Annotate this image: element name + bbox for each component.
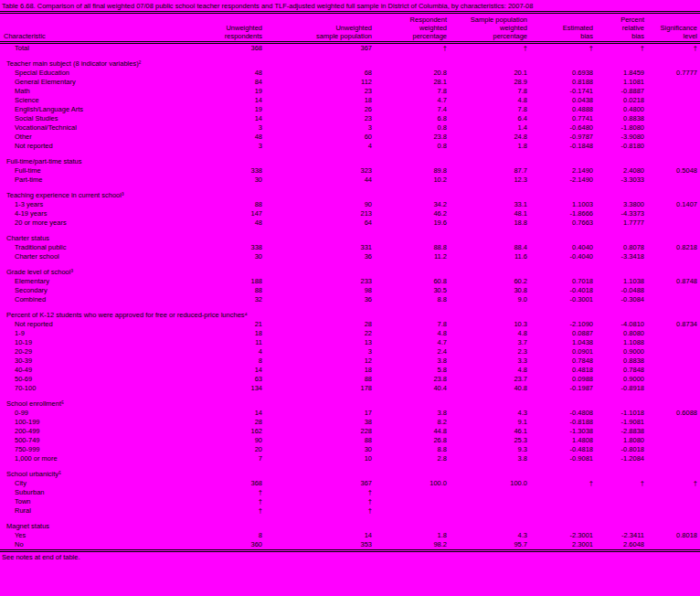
cell-value: 6.4	[450, 114, 530, 123]
data-row: Rural††	[0, 506, 700, 516]
cell-value: 88	[265, 375, 375, 384]
cell-value	[596, 488, 647, 497]
cell-value: 19	[190, 87, 265, 96]
row-label: Total	[0, 43, 190, 54]
section-header-label: Percent of K-12 students who were approv…	[0, 311, 700, 320]
cell-value: 360	[190, 540, 265, 549]
cell-value: 28	[265, 320, 375, 329]
cell-value: 112	[265, 78, 375, 87]
table-footnote: See notes at end of table.	[0, 549, 700, 563]
spacer-cell	[0, 261, 700, 268]
section-header-label: Full-time/part-time status	[0, 157, 700, 166]
section-header-row: Percent of K-12 students who were approv…	[0, 311, 700, 320]
cell-value: 147	[190, 209, 265, 218]
row-label: Science	[0, 96, 190, 105]
cell-value: †	[265, 497, 375, 506]
cell-value: 367	[265, 479, 375, 488]
cell-value: 24.8	[450, 133, 530, 142]
cell-value: 3	[265, 347, 375, 357]
cell-value: 89.8	[375, 166, 450, 176]
cell-value: 0.1407	[647, 200, 700, 209]
row-label: Part-time	[0, 176, 190, 185]
cell-value: 100.0	[450, 479, 530, 488]
cell-value: 90	[190, 436, 265, 445]
spacer-cell	[0, 228, 700, 234]
cell-value: 21	[190, 320, 265, 329]
cell-value: 19	[190, 105, 265, 114]
cell-value: 4	[190, 347, 265, 357]
cell-value: 60.8	[375, 277, 450, 286]
data-row: Yes8141.84.3-2.3001-2.34110.8018	[0, 531, 700, 540]
cell-value: 88.4	[450, 243, 530, 252]
section-header-row: School enrollment⁵	[0, 399, 700, 409]
cell-value	[647, 133, 700, 142]
cell-value: -1.3038	[530, 427, 596, 436]
data-row: 1,000 or more7102.83.8-0.9081-1.2084	[0, 454, 700, 463]
data-row: General Elementary8411228.128.90.81881.1…	[0, 78, 700, 87]
data-row: Full-time33832389.887.72.14902.40800.504…	[0, 166, 700, 176]
cell-value: 30	[190, 252, 265, 261]
cell-value: 368	[190, 43, 265, 54]
cell-value: †	[530, 479, 596, 488]
cell-value: 40.4	[375, 384, 450, 393]
cell-value: 4	[265, 142, 375, 151]
cell-value: 20.1	[450, 69, 530, 78]
cell-value: 0.4888	[530, 105, 596, 114]
cell-value: -0.0488	[596, 286, 647, 295]
cell-value: 0.8188	[530, 78, 596, 87]
column-header: Unweighted sample population	[265, 14, 375, 43]
data-row: 30-398123.83.30.78480.8838	[0, 357, 700, 366]
section-header-label: Charter status	[0, 234, 700, 243]
cell-value: 0.8	[375, 123, 450, 133]
cell-value: 68	[265, 69, 375, 78]
cell-value: 11.6	[450, 252, 530, 261]
spacer-cell	[0, 53, 700, 59]
cell-value: 0.6938	[530, 69, 596, 78]
cell-value: 7.8	[450, 87, 530, 96]
cell-value: 0.6088	[647, 409, 700, 418]
cell-value: 0.4040	[530, 243, 596, 252]
cell-value: -2.8838	[596, 427, 647, 436]
cell-value: 18	[190, 329, 265, 338]
data-row: 1-918224.84.80.08870.8080	[0, 329, 700, 338]
cell-value	[647, 295, 700, 304]
cell-value: -2.1090	[530, 320, 596, 329]
section-header-row: Grade level of school³	[0, 268, 700, 277]
cell-value	[647, 78, 700, 87]
data-row: 750-99920308.89.3-0.4818-0.8018	[0, 445, 700, 454]
row-label: Not reported	[0, 142, 190, 151]
cell-value: 1.4	[450, 123, 530, 133]
cell-value: 1.1003	[530, 200, 596, 209]
cell-value: -0.4040	[530, 252, 596, 261]
section-header-row: Teaching experience in current school³	[0, 191, 700, 200]
cell-value: 23	[265, 114, 375, 123]
cell-value: 7.8	[375, 320, 450, 329]
section-header-label: School urbanicity⁵	[0, 470, 700, 479]
cell-value: 46.2	[375, 209, 450, 218]
row-label: 1-3 years	[0, 200, 190, 209]
cell-value	[647, 252, 700, 261]
spacer-cell	[0, 185, 700, 191]
cell-value: 8.2	[375, 418, 450, 427]
cell-value	[647, 338, 700, 347]
column-header: Unweighted respondents	[190, 14, 265, 43]
spacer-row	[0, 53, 700, 59]
column-header: Characteristic	[0, 14, 190, 43]
row-label: 50-69	[0, 375, 190, 384]
cell-value	[647, 488, 700, 497]
cell-value: 1.8	[375, 531, 450, 540]
cell-value: 36	[265, 295, 375, 304]
data-row: Special Education486820.820.10.69381.845…	[0, 69, 700, 78]
cell-value: 3	[190, 142, 265, 151]
row-label: Traditional public	[0, 243, 190, 252]
column-header: Respondent weighted percentage	[375, 14, 450, 43]
cell-value: 0.7741	[530, 114, 596, 123]
cell-value: 367	[265, 43, 375, 54]
cell-value: 2.8	[375, 454, 450, 463]
cell-value: -1.2084	[596, 454, 647, 463]
data-row: Math19237.87.8-0.1741-0.8887	[0, 87, 700, 96]
cell-value: 32	[190, 295, 265, 304]
row-label: Social Studies	[0, 114, 190, 123]
cell-value: 98	[265, 286, 375, 295]
table-body: Total368367†††††Teacher main subject (8 …	[0, 43, 700, 550]
